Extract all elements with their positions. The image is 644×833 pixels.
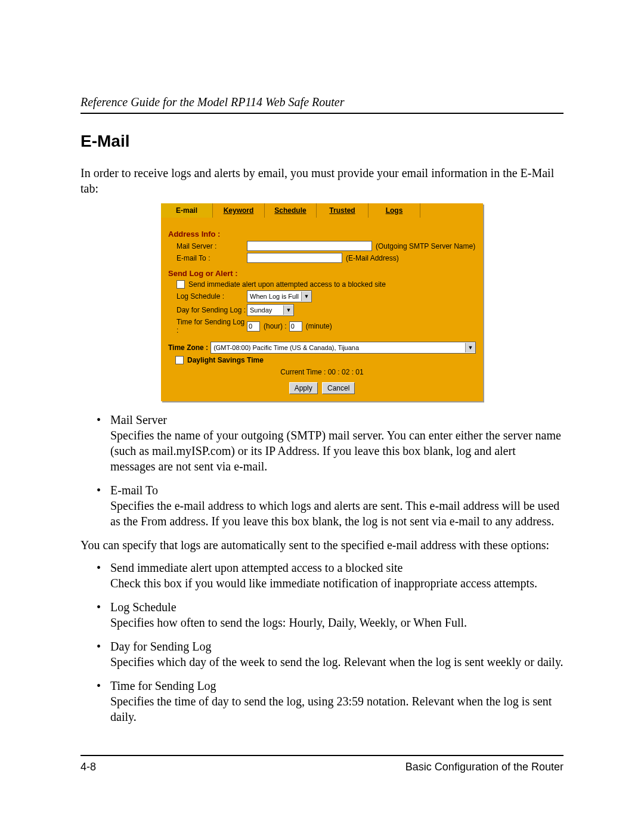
- term: Mail Server: [110, 413, 167, 426]
- list-item: Mail Server Specifies the name of your o…: [107, 412, 564, 474]
- current-time: Current Time : 00 : 02 : 01: [168, 368, 476, 376]
- immediate-alert-label: Send immediate alert upon attempted acce…: [188, 280, 386, 289]
- mail-server-note: (Outgoing SMTP Server Name): [376, 242, 475, 250]
- desc: Specifies the time of day to send the lo…: [110, 695, 552, 723]
- bullet-list-1: Mail Server Specifies the name of your o…: [80, 412, 564, 529]
- time-sending-label: Time for Sending Log :: [177, 318, 247, 335]
- apply-button[interactable]: Apply: [289, 382, 318, 394]
- page-footer: 4-8 Basic Configuration of the Router: [80, 755, 564, 773]
- cancel-button[interactable]: Cancel: [322, 382, 355, 394]
- email-to-note: (E-Mail Address): [346, 254, 399, 262]
- term: Day for Sending Log: [110, 640, 211, 653]
- list-item: Day for Sending Log Specifies which day …: [107, 639, 564, 670]
- desc: Check this box if you would like immedia…: [110, 577, 537, 590]
- header-rule: [80, 113, 564, 114]
- chapter-name: Basic Configuration of the Router: [405, 761, 564, 773]
- tab-strip: E-mail Keyword Schedule Trusted Logs: [161, 203, 483, 218]
- running-header: Reference Guide for the Model RP114 Web …: [80, 95, 564, 109]
- chevron-down-icon: ▼: [301, 292, 311, 301]
- log-schedule-label: Log Schedule :: [177, 292, 247, 301]
- bullet-list-2: Send immediate alert upon attempted acce…: [80, 560, 564, 724]
- desc: Specifies which day of the week to send …: [110, 655, 564, 668]
- minute-note: (minute): [306, 322, 332, 330]
- list-item: Time for Sending Log Specifies the time …: [107, 678, 564, 724]
- router-email-panel: E-mail Keyword Schedule Trusted Logs Add…: [161, 203, 483, 401]
- tab-schedule[interactable]: Schedule: [265, 203, 317, 218]
- email-to-input[interactable]: [247, 253, 342, 263]
- list-item: Log Schedule Specifies how often to send…: [107, 599, 564, 630]
- timezone-label: Time Zone :: [168, 343, 208, 352]
- term: Log Schedule: [110, 600, 177, 614]
- tab-email[interactable]: E-mail: [161, 203, 213, 218]
- list-item: Send immediate alert upon attempted acce…: [107, 560, 564, 591]
- chevron-down-icon: ▼: [283, 305, 293, 315]
- term: Time for Sending Log: [110, 679, 216, 692]
- mail-server-input[interactable]: [247, 241, 372, 251]
- desc: Specifies the name of your outgoing (SMT…: [110, 429, 561, 473]
- immediate-alert-checkbox[interactable]: [177, 280, 185, 289]
- log-schedule-value: When Log is Full: [247, 293, 301, 300]
- day-sending-value: Sunday: [247, 306, 283, 314]
- log-schedule-select[interactable]: When Log is Full ▼: [247, 290, 312, 302]
- desc: Specifies how often to send the logs: Ho…: [110, 616, 467, 629]
- mid-paragraph: You can specify that logs are automatica…: [80, 537, 564, 553]
- term: Send immediate alert upon attempted acce…: [110, 561, 402, 574]
- desc: Specifies the e-mail address to which lo…: [110, 499, 559, 528]
- dst-checkbox[interactable]: [175, 356, 184, 364]
- address-info-heading: Address Info :: [168, 230, 476, 239]
- email-to-label: E-mail To :: [177, 254, 247, 262]
- hour-note: (hour) :: [264, 322, 287, 330]
- minute-input[interactable]: [289, 321, 302, 332]
- dst-label: Daylight Savings Time: [187, 356, 264, 364]
- timezone-value: (GMT-08:00) Pacific Time (US & Canada), …: [211, 344, 465, 351]
- intro-paragraph: In order to receive logs and alerts by e…: [80, 165, 564, 196]
- tab-keyword[interactable]: Keyword: [213, 203, 265, 218]
- send-log-heading: Send Log or Alert :: [168, 269, 476, 278]
- day-sending-label: Day for Sending Log :: [177, 306, 247, 314]
- hour-input[interactable]: [247, 321, 260, 332]
- section-title: E-Mail: [80, 132, 564, 151]
- day-sending-select[interactable]: Sunday ▼: [247, 304, 294, 316]
- mail-server-label: Mail Server :: [177, 242, 247, 250]
- tab-logs[interactable]: Logs: [369, 203, 420, 218]
- list-item: E-mail To Specifies the e-mail address t…: [107, 482, 564, 529]
- tab-trusted[interactable]: Trusted: [317, 203, 369, 218]
- page-number: 4-8: [80, 761, 96, 773]
- timezone-select[interactable]: (GMT-08:00) Pacific Time (US & Canada), …: [210, 342, 476, 354]
- term: E-mail To: [110, 484, 158, 497]
- footer-rule: [80, 755, 564, 756]
- chevron-down-icon: ▼: [465, 343, 475, 352]
